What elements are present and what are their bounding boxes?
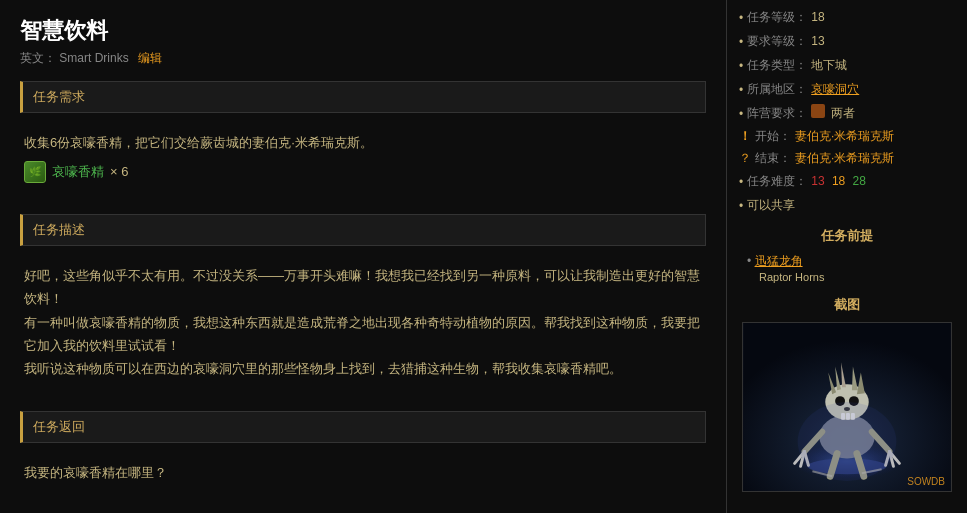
edit-link[interactable]: 编辑 [138,51,162,65]
sidebar-item-end: ？ 结束： 妻伯克·米希瑞克斯 [739,150,955,167]
bullet: • [739,197,743,215]
diff-num-2: 18 [832,174,845,188]
progress-header: 任务返回 [20,411,706,443]
watermark: SOWDB [907,476,945,487]
page-title: 智慧饮料 [20,16,706,46]
screenshot-box: SOWDB [742,322,952,492]
question-icon: ？ [739,150,751,167]
sidebar-item-share: • 可以共享 [739,196,955,215]
start-npc-link[interactable]: 妻伯克·米希瑞克斯 [795,128,894,145]
share-label: 可以共享 [747,196,795,214]
prereq-english: Raptor Horns [747,271,824,283]
requirements-header: 任务需求 [20,81,706,113]
item-value: 18 [811,8,824,26]
description-header: 任务描述 [20,214,706,246]
prereq-list: 迅猛龙角 Raptor Horns [739,253,955,284]
bullet: • [739,57,743,75]
item-label: 任务类型： [747,56,807,74]
bullet: • [739,81,743,99]
item-value: 13 [811,32,824,50]
faction-icon [811,104,825,118]
item-value: 两者 [831,104,855,122]
item-label: 结束： [755,150,791,167]
requirements-section: 任务需求 收集6份哀嚎香精，把它们交给蕨齿城的妻伯克·米希瑞克斯。 🌿 哀嚎香精… [20,81,706,198]
sidebar-item-zone: • 所属地区： 哀嚎洞穴 [739,80,955,99]
item-value: 地下城 [811,56,847,74]
sidebar-item-req-level: • 要求等级： 13 [739,32,955,51]
sidebar-item-level: • 任务等级： 18 [739,8,955,27]
diff-num-1: 13 [811,174,824,188]
description-line-2: 有一种叫做哀嚎香精的物质，我想这种东西就是造成荒脊之地出现各种奇特动植物的原因。… [24,311,702,358]
prereq-link[interactable]: 迅猛龙角 [755,254,803,268]
item-name-link[interactable]: 哀嚎香精 [52,160,104,183]
end-npc-link[interactable]: 妻伯克·米希瑞克斯 [795,150,894,167]
prereq-item: 迅猛龙角 Raptor Horns [747,253,955,284]
item-count: × 6 [110,160,128,183]
bullet: • [739,173,743,191]
bullet: • [739,33,743,51]
description-section: 任务描述 好吧，这些角似乎不太有用。不过没关系——万事开头难嘛！我想我已经找到另… [20,214,706,395]
sidebar-item-start: ！ 开始： 妻伯克·米希瑞克斯 [739,128,955,145]
exclaim-icon: ！ [739,128,751,145]
bullet: • [739,105,743,123]
description-content: 好吧，这些角似乎不太有用。不过没关系——万事开头难嘛！我想我已经找到另一种原料，… [20,256,706,395]
difficulty-nums: 13 18 28 [811,172,870,190]
sidebar: • 任务等级： 18 • 要求等级： 13 • 任务类型： 地下城 • 所属地区… [727,0,967,513]
diff-label: 任务难度： [747,172,807,190]
item-label: 所属地区： [747,80,807,98]
item-label: 开始： [755,128,791,145]
item-label: 任务等级： [747,8,807,26]
screenshot-section: SOWDB [739,322,955,492]
prereq-title: 任务前提 [739,227,955,245]
zone-link[interactable]: 哀嚎洞穴 [811,80,859,98]
item-label: 阵营要求： [747,104,807,122]
progress-content: 我要的哀嚎香精在哪里？ [20,453,706,498]
english-label: 英文： [20,51,56,65]
requirements-content: 收集6份哀嚎香精，把它们交给蕨齿城的妻伯克·米希瑞克斯。 🌿 哀嚎香精 × 6 [20,123,706,198]
item-icon: 🌿 [24,161,46,183]
diff-num-3: 28 [853,174,866,188]
item-label: 要求等级： [747,32,807,50]
main-content: 智慧饮料 英文： Smart Drinks 编辑 任务需求 收集6份哀嚎香精，把… [0,0,727,513]
creature-image [743,323,951,491]
english-name: Smart Drinks [59,51,128,65]
requirements-text: 收集6份哀嚎香精，把它们交给蕨齿城的妻伯克·米希瑞克斯。 [24,131,702,154]
bullet: • [739,9,743,27]
progress-section: 任务返回 我要的哀嚎香精在哪里？ [20,411,706,498]
description-line-3: 我听说这种物质可以在西边的哀嚎洞穴里的那些怪物身上找到，去猎捕这种生物，帮我收集… [24,357,702,380]
description-line-1: 好吧，这些角似乎不太有用。不过没关系——万事开头难嘛！我想我已经找到另一种原料，… [24,264,702,311]
sidebar-item-faction: • 阵营要求： 两者 [739,104,955,123]
english-title: 英文： Smart Drinks 编辑 [20,50,706,67]
screenshot-title: 截图 [739,296,955,314]
sidebar-item-type: • 任务类型： 地下城 [739,56,955,75]
item-requirement: 🌿 哀嚎香精 × 6 [24,160,128,183]
sidebar-item-difficulty: • 任务难度： 13 18 28 [739,172,955,191]
